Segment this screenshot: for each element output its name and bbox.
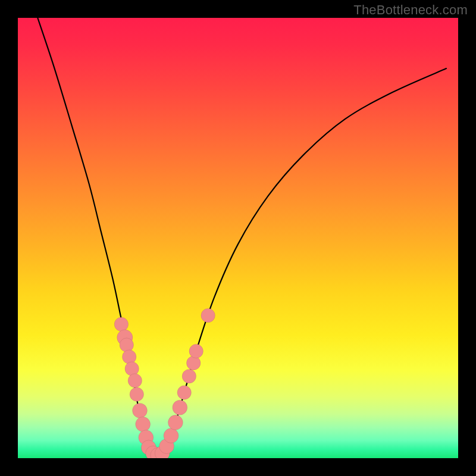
data-marker	[125, 362, 139, 375]
data-marker	[168, 415, 183, 430]
data-marker	[136, 417, 151, 432]
data-marker	[133, 403, 148, 418]
data-marker	[177, 386, 191, 399]
watermark-text: TheBottleneck.com	[353, 2, 468, 18]
data-marker	[182, 369, 196, 383]
bottleneck-curve	[37, 18, 446, 456]
data-marker	[122, 350, 136, 364]
data-marker	[173, 400, 187, 415]
data-marker	[189, 344, 203, 358]
chart-svg	[18, 18, 458, 458]
data-marker	[114, 317, 128, 331]
data-marker	[128, 374, 142, 387]
plot-area	[18, 18, 458, 458]
chart-stage: TheBottleneck.com	[0, 0, 476, 476]
data-marker	[187, 356, 201, 369]
data-marker	[201, 309, 215, 322]
marker-layer	[114, 309, 215, 458]
data-marker	[130, 387, 143, 401]
data-marker	[164, 428, 178, 443]
data-marker	[120, 338, 133, 352]
